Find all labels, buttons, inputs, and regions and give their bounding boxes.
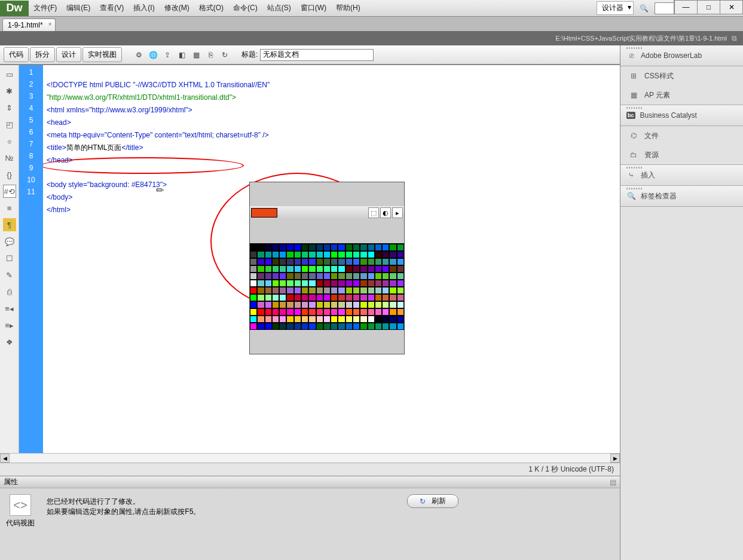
refresh-button[interactable]: ↻ 刷新 — [407, 494, 458, 508]
panel-tag-inspector[interactable]: 🔍标签检查器 — [620, 186, 743, 206]
color-swatch[interactable] — [397, 308, 404, 316]
window-close[interactable]: ✕ — [720, 1, 742, 14]
color-swatch[interactable] — [331, 323, 338, 330]
window-maximize[interactable]: □ — [697, 1, 720, 14]
color-swatch[interactable] — [294, 308, 301, 316]
color-swatch[interactable] — [301, 280, 308, 287]
color-swatch[interactable] — [250, 244, 257, 251]
color-swatch[interactable] — [323, 273, 331, 280]
color-swatch[interactable] — [323, 301, 331, 308]
color-swatch[interactable] — [338, 294, 345, 301]
color-swatch[interactable] — [331, 280, 338, 287]
color-swatch[interactable] — [397, 244, 404, 251]
color-swatch[interactable] — [279, 244, 286, 251]
color-swatch[interactable] — [265, 273, 272, 280]
color-swatch[interactable] — [250, 273, 257, 280]
color-swatch[interactable] — [294, 265, 301, 273]
view-mode-button[interactable]: 拆分 — [30, 47, 55, 62]
color-swatch[interactable] — [257, 258, 264, 265]
color-swatch[interactable] — [360, 244, 367, 251]
color-swatch[interactable] — [308, 244, 316, 251]
color-swatch[interactable] — [279, 316, 286, 323]
color-swatch[interactable] — [250, 323, 257, 330]
color-swatch[interactable] — [389, 251, 396, 258]
color-swatch[interactable] — [286, 301, 293, 308]
color-swatch[interactable] — [368, 244, 375, 251]
color-swatch[interactable] — [265, 294, 272, 301]
color-swatch[interactable] — [301, 294, 308, 301]
color-swatch[interactable] — [279, 287, 286, 294]
panel-ap-elements[interactable]: ▦AP 元素 — [620, 85, 743, 105]
color-swatch[interactable] — [286, 316, 293, 323]
color-swatch[interactable] — [375, 265, 382, 273]
panel-assets[interactable]: 🗀资源 — [620, 145, 743, 164]
color-swatch[interactable] — [250, 316, 257, 323]
color-swatch[interactable] — [272, 294, 279, 301]
color-swatch[interactable] — [301, 244, 308, 251]
color-swatch[interactable] — [294, 244, 301, 251]
color-swatch[interactable] — [382, 316, 389, 323]
color-swatch[interactable] — [286, 251, 293, 258]
color-swatch[interactable] — [375, 316, 382, 323]
color-swatch[interactable] — [323, 258, 331, 265]
color-swatch[interactable] — [272, 258, 279, 265]
color-swatch[interactable] — [368, 251, 375, 258]
horizontal-scrollbar[interactable]: ◀▶ — [0, 453, 620, 463]
panel-menu-icon[interactable]: ▤ — [610, 478, 616, 486]
color-swatch[interactable] — [397, 301, 404, 308]
color-swatch[interactable] — [272, 308, 279, 316]
color-swatch[interactable] — [375, 294, 382, 301]
color-swatch[interactable] — [316, 323, 323, 330]
color-swatch[interactable] — [265, 265, 272, 273]
color-swatch[interactable] — [353, 287, 360, 294]
color-swatch[interactable] — [250, 308, 257, 316]
color-swatch[interactable] — [286, 308, 293, 316]
color-swatch[interactable] — [250, 294, 257, 301]
panel-insert[interactable]: ⤷插入 — [620, 165, 743, 185]
color-swatch[interactable] — [294, 294, 301, 301]
color-swatch[interactable] — [257, 308, 264, 316]
color-swatch[interactable] — [257, 265, 264, 273]
color-swatch[interactable] — [360, 308, 367, 316]
color-swatch[interactable] — [338, 323, 345, 330]
color-swatch[interactable] — [360, 301, 367, 308]
color-swatch[interactable] — [272, 265, 279, 273]
recent-snip-icon[interactable]: ❖ — [3, 335, 16, 348]
color-swatch[interactable] — [389, 316, 396, 323]
color-swatch[interactable] — [331, 273, 338, 280]
color-swatch[interactable] — [389, 265, 396, 273]
format-icon[interactable]: ✎ — [3, 268, 16, 281]
color-swatch[interactable] — [301, 258, 308, 265]
globe-icon[interactable]: 🌐 — [147, 49, 159, 61]
color-swatch[interactable] — [279, 273, 286, 280]
color-swatch[interactable] — [279, 265, 286, 273]
panel-browserlab[interactable]: ⎚Adobe BrowserLab — [620, 45, 743, 66]
color-swatch[interactable] — [272, 323, 279, 330]
color-swatch[interactable] — [286, 265, 293, 273]
color-swatch[interactable] — [265, 316, 272, 323]
color-swatch[interactable] — [353, 301, 360, 308]
color-swatch[interactable] — [382, 273, 389, 280]
color-swatch[interactable] — [353, 244, 360, 251]
color-swatch[interactable] — [345, 287, 353, 294]
color-swatch[interactable] — [397, 273, 404, 280]
color-swatch[interactable] — [323, 323, 331, 330]
syntax-icon[interactable]: ≡ — [3, 201, 16, 215]
color-swatch[interactable] — [397, 323, 404, 330]
color-swatch[interactable] — [368, 280, 375, 287]
color-swatch[interactable] — [257, 294, 264, 301]
color-swatch[interactable] — [368, 287, 375, 294]
more-colors-icon[interactable]: ▸ — [392, 207, 403, 218]
color-swatch[interactable] — [316, 316, 323, 323]
color-swatch[interactable] — [257, 287, 264, 294]
color-swatch[interactable] — [389, 301, 396, 308]
color-swatch[interactable] — [331, 258, 338, 265]
color-swatch[interactable] — [360, 265, 367, 273]
color-swatch[interactable] — [265, 301, 272, 308]
color-swatch[interactable] — [397, 287, 404, 294]
color-swatch[interactable] — [375, 308, 382, 316]
color-swatch[interactable] — [345, 265, 353, 273]
color-swatch[interactable] — [360, 258, 367, 265]
color-swatch[interactable] — [250, 280, 257, 287]
color-swatch[interactable] — [323, 265, 331, 273]
